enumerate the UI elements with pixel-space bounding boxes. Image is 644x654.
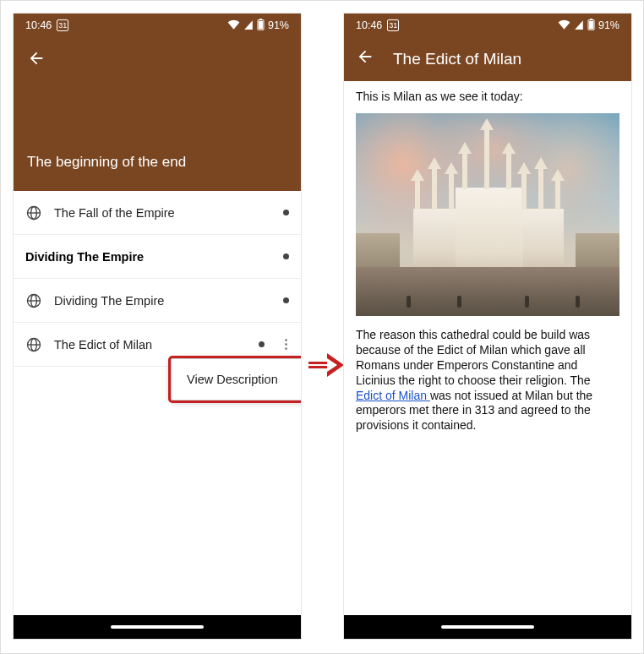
svg-rect-1: [259, 19, 262, 19]
svg-rect-13: [590, 19, 592, 19]
page-title: The Edict of Milan: [393, 50, 521, 68]
status-dot-icon: [259, 341, 265, 347]
back-arrow-icon[interactable]: [356, 47, 374, 71]
list-item-label: The Fall of the Empire: [54, 206, 271, 220]
more-vert-icon[interactable]: [283, 334, 289, 355]
battery-text: 91%: [598, 19, 619, 31]
calendar-icon: 31: [387, 19, 399, 31]
status-bar: 10:46 31 91%: [14, 14, 301, 37]
body-before-link: The reason this cathedral could be build…: [356, 328, 591, 387]
wifi-icon: [227, 19, 240, 32]
list-item[interactable]: Dividing The Empire: [14, 279, 301, 323]
android-nav-bar: [14, 615, 301, 639]
back-arrow-icon[interactable]: [27, 49, 46, 73]
globe-icon: [25, 292, 42, 309]
battery-icon: [587, 19, 595, 33]
list-section-header: Dividing The Empire: [14, 235, 301, 279]
context-menu: View Description: [171, 358, 301, 401]
list-item[interactable]: The Fall of the Empire: [14, 191, 301, 235]
list-item-label: The Edict of Milan: [54, 338, 247, 352]
section-header-label: Dividing The Empire: [25, 250, 283, 264]
nav-pill-icon[interactable]: [441, 625, 534, 629]
calendar-icon: 31: [57, 19, 68, 31]
status-dot-icon: [283, 297, 289, 303]
phone-screen-detail: 10:46 31 91% The Edict of Milan This is …: [344, 14, 631, 639]
intro-text: This is Milan as we see it today:: [356, 90, 619, 105]
battery-text: 91%: [268, 19, 289, 31]
clock-text: 10:46: [356, 19, 382, 31]
signal-icon: [243, 19, 254, 32]
body-text: The reason this cathedral could be build…: [356, 328, 619, 433]
status-dot-icon: [283, 210, 289, 215]
clock-text: 10:46: [25, 19, 52, 31]
list-item-label: Dividing The Empire: [54, 294, 271, 308]
svg-rect-2: [259, 20, 263, 28]
signal-icon: [574, 19, 584, 32]
annotation-arrow-icon: [308, 352, 346, 378]
status-bar: 10:46 31 91%: [344, 14, 631, 37]
description-content: This is Milan as we see it today: The re…: [344, 81, 631, 450]
wifi-icon: [558, 19, 570, 32]
nav-pill-icon[interactable]: [111, 625, 204, 629]
status-dot-icon: [283, 253, 289, 259]
globe-icon: [25, 204, 42, 221]
page-header: The Edict of Milan: [344, 37, 631, 81]
edict-of-milan-link[interactable]: Edict of Milan: [356, 389, 430, 402]
globe-icon: [25, 336, 42, 353]
android-nav-bar: [344, 615, 631, 639]
page-header: The beginning of the end: [14, 37, 301, 191]
milan-cathedral-image: [356, 113, 619, 316]
page-title: The beginning of the end: [27, 154, 287, 171]
phone-screen-list: 10:46 31 91% The beginning of the end: [14, 14, 301, 639]
svg-rect-14: [589, 20, 593, 28]
content-list: The Fall of the Empire Dividing The Empi…: [14, 191, 301, 367]
view-description-item[interactable]: View Description: [172, 359, 301, 400]
battery-icon: [257, 19, 265, 33]
